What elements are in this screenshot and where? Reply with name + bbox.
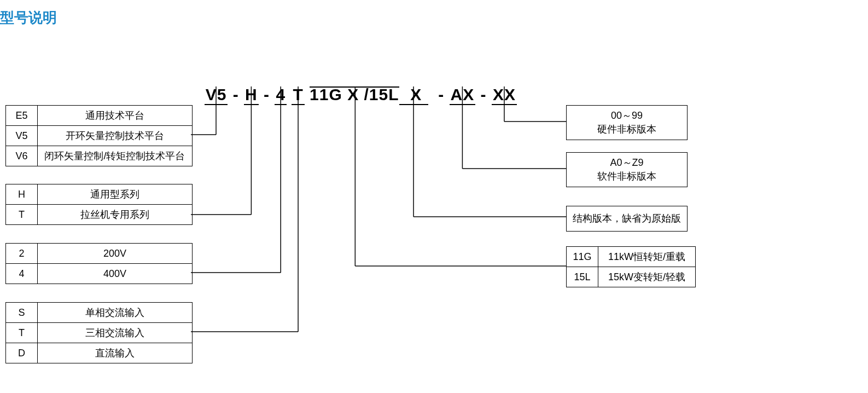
- seg-power-l: /15L: [364, 85, 399, 103]
- cell-code: D: [6, 343, 38, 363]
- cell-desc: 三相交流输入: [38, 323, 193, 343]
- box-hw-version: 00～99 硬件非标版本: [566, 105, 688, 140]
- box-struct-version: 结构版本，缺省为原始版: [566, 206, 688, 232]
- table-row: T三相交流输入: [6, 323, 193, 343]
- table-row: S单相交流输入: [6, 303, 193, 323]
- seg-input: T: [292, 85, 304, 105]
- hw-range: 00～99: [572, 109, 681, 123]
- cell-code: 11G: [567, 247, 598, 267]
- model-string: V5 - H - 4 T 11G X /15L X - AX - XX: [194, 67, 517, 105]
- sw-label: 软件非标版本: [572, 170, 681, 183]
- cell-code: 15L: [567, 267, 598, 287]
- cell-code: 2: [6, 244, 38, 264]
- table-row: V5开环矢量控制技术平台: [6, 126, 193, 146]
- table-row: E5通用技术平台: [6, 106, 193, 126]
- table-row: D直流输入: [6, 343, 193, 363]
- table-series: H通用型系列 T拉丝机专用系列: [5, 184, 193, 225]
- seg-sw: AX: [450, 85, 476, 105]
- cell-code: 4: [6, 264, 38, 284]
- cell-desc: 200V: [38, 244, 193, 264]
- cell-desc: 开环矢量控制技术平台: [38, 126, 193, 146]
- cell-code: E5: [6, 106, 38, 126]
- cell-desc: 通用型系列: [38, 184, 193, 205]
- seg-power-g: 11G: [310, 85, 342, 103]
- table-row: 2200V: [6, 244, 193, 264]
- table-voltage: 2200V 4400V: [5, 243, 193, 284]
- table-row: V6闭环矢量控制/转矩控制技术平台: [6, 146, 193, 166]
- table-power: 11G11kW恒转矩/重载 15L15kW变转矩/轻载: [566, 246, 696, 287]
- table-row: H通用型系列: [6, 184, 193, 205]
- seg-platform: V5: [205, 85, 228, 105]
- box-sw-version: A0～Z9 软件非标版本: [566, 152, 688, 187]
- hw-label: 硬件非标版本: [572, 123, 681, 136]
- cell-desc: 闭环矢量控制/转矩控制技术平台: [38, 146, 193, 166]
- cell-desc: 通用技术平台: [38, 106, 193, 126]
- struct-label: 结构版本，缺省为原始版: [573, 213, 681, 224]
- table-platform: E5通用技术平台 V5开环矢量控制技术平台 V6闭环矢量控制/转矩控制技术平台: [5, 105, 193, 166]
- table-row: 15L15kW变转矩/轻载: [567, 267, 696, 287]
- cell-desc: 15kW变转矩/轻载: [598, 267, 696, 287]
- diagram-title: 型号说明: [0, 8, 57, 27]
- seg-x1: X: [347, 85, 359, 103]
- cell-code: V5: [6, 126, 38, 146]
- cell-desc: 400V: [38, 264, 193, 284]
- seg-series: H: [244, 85, 259, 105]
- table-input: S单相交流输入 T三相交流输入 D直流输入: [5, 302, 193, 363]
- sw-range: A0～Z9: [572, 156, 681, 170]
- seg-hw: XX: [492, 85, 517, 105]
- cell-desc: 单相交流输入: [38, 303, 193, 323]
- table-row: 4400V: [6, 264, 193, 284]
- cell-code: T: [6, 205, 38, 225]
- cell-code: V6: [6, 146, 38, 166]
- table-row: 11G11kW恒转矩/重载: [567, 247, 696, 267]
- cell-code: T: [6, 323, 38, 343]
- seg-voltage: 4: [275, 85, 287, 105]
- seg-struct: X: [399, 85, 428, 105]
- cell-desc: 直流输入: [38, 343, 193, 363]
- table-row: T拉丝机专用系列: [6, 205, 193, 225]
- cell-code: H: [6, 184, 38, 205]
- cell-code: S: [6, 303, 38, 323]
- cell-desc: 拉丝机专用系列: [38, 205, 193, 225]
- cell-desc: 11kW恒转矩/重载: [598, 247, 696, 267]
